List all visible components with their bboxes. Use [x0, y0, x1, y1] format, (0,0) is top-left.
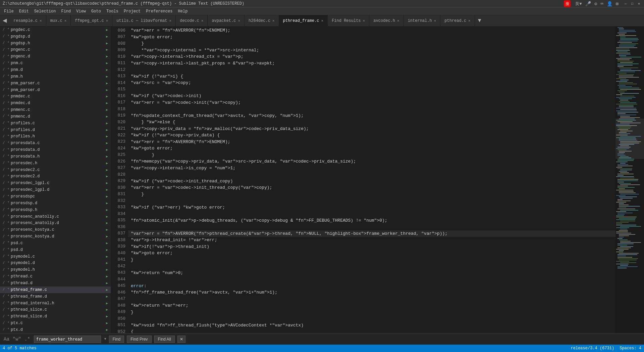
sidebar-item-pnm-c[interactable]: /*pnm.c▶: [0, 60, 111, 67]
sidebar-item-pnm-h[interactable]: /*pnm.h▶: [0, 73, 111, 80]
code-line: [128, 296, 615, 303]
tab-close-icon[interactable]: ✕: [434, 18, 436, 23]
close-button[interactable]: ✕: [637, 1, 641, 6]
find-input[interactable]: [34, 336, 101, 343]
tab-close-icon[interactable]: ✕: [468, 18, 471, 23]
sidebar-item-ptx-d[interactable]: /*ptx.d▶: [0, 326, 111, 333]
tab-avpacket-c[interactable]: avpacket.c✕: [208, 15, 245, 26]
file-icon: /: [1, 261, 6, 265]
sidebar-item-proresdec2-d[interactable]: /*proresdec2.d▶: [0, 173, 111, 180]
sidebar-item-proresdata-d[interactable]: /*proresdata.d▶: [0, 146, 111, 153]
sidebar-item-pthread-frame-c[interactable]: /*pthread_frame.c▶: [0, 287, 111, 293]
sidebar-item-proresdsp-d[interactable]: /*proresdsp.d▶: [0, 200, 111, 207]
tab-close-icon[interactable]: ✕: [272, 18, 275, 23]
sidebar-item-proresdata-c[interactable]: /*proresdata.c▶: [0, 140, 111, 146]
sidebar-item-pthread-c[interactable]: /*pthread.c▶: [0, 273, 111, 280]
maximize-button[interactable]: □: [630, 1, 635, 6]
sidebar-item-arrow: ▶: [106, 181, 108, 185]
sidebar-item-pthread-slice-d[interactable]: /*pthread_slice.d▶: [0, 313, 111, 320]
code-line: "var">copy->internal->last_pkt_props = &…: [128, 60, 615, 67]
menu-item-goto[interactable]: Goto: [89, 8, 104, 14]
tab-h264dec-c[interactable]: h264dec.c✕: [245, 15, 279, 26]
sidebar-item-pnmenc-d[interactable]: /*pnmenc.d▶: [0, 113, 111, 120]
tab-forward-button[interactable]: ▼: [475, 15, 484, 26]
find-all-button[interactable]: Find All: [154, 336, 175, 343]
menu-item-preferences[interactable]: Preferences: [143, 8, 175, 14]
tab-close-icon[interactable]: ✕: [40, 18, 42, 23]
menu-item-edit[interactable]: Edit: [16, 8, 32, 14]
sidebar-item-psymodel-h[interactable]: /*psymodel.h▶: [0, 266, 111, 273]
sidebar-item-profiles-d[interactable]: /*profiles.d▶: [0, 127, 111, 133]
file-icon: /: [1, 148, 6, 152]
tab-avcodec-h[interactable]: avcodec.h✕: [369, 15, 404, 26]
sidebar-item-profiles-h[interactable]: /*profiles.h▶: [0, 133, 111, 140]
sidebar-item-pngenc-c[interactable]: /*pngenc.c▶: [0, 47, 111, 53]
menu-item-selection[interactable]: Selection: [32, 8, 59, 14]
sidebar-item-pnm-parser-c[interactable]: /*pnm_parser.c▶: [0, 80, 111, 87]
line-number: 834: [113, 211, 125, 217]
tab-close-icon[interactable]: ✕: [238, 18, 240, 23]
sidebar-item-pthread-frame-d[interactable]: /*pthread_frame.d▶: [0, 293, 111, 300]
tab-close-icon[interactable]: ✕: [169, 18, 172, 23]
tab-mux-c[interactable]: mux.c✕: [46, 15, 71, 26]
sidebar-item-pthread-slice-c[interactable]: /*pthread_slice.c▶: [0, 306, 111, 313]
sidebar-item-proresenc-kostya-c[interactable]: /*proresenc_kostya.c▶: [0, 226, 111, 233]
sidebar-item-psymodel-d[interactable]: /*psymodel.d▶: [0, 260, 111, 267]
menu-item-tools[interactable]: Tools: [104, 8, 121, 14]
code-line: "var">err = "var">codec->init_thread_cop…: [128, 184, 615, 191]
tab-close-icon[interactable]: ✕: [64, 18, 67, 23]
sidebar-item-proresdec2-c[interactable]: /*proresdec2.c▶: [0, 167, 111, 173]
find-prev-button[interactable]: Find Prev: [127, 336, 151, 343]
line-number: 842: [113, 263, 125, 270]
tab-back-button[interactable]: ◀: [0, 15, 9, 26]
menu-item-project[interactable]: Project: [121, 8, 143, 14]
menu-item-view[interactable]: View: [73, 8, 89, 14]
tab-pthread-frame-c[interactable]: pthread_frame.c✕: [279, 15, 328, 26]
tab-close-icon[interactable]: ✕: [397, 18, 399, 23]
tab-utils-c---libavformat[interactable]: utils.c — libavformat✕: [112, 15, 176, 26]
sidebar-item-pnmdec-d[interactable]: /*pnmdec.d▶: [0, 100, 111, 106]
sidebar-item-psd-d[interactable]: /*psd.d▶: [0, 247, 111, 253]
tab-internal-h[interactable]: internal.h✕: [404, 15, 441, 26]
sidebar-item-proresdec-h[interactable]: /*proresdec.h▶: [0, 160, 111, 167]
sidebar-item-proresdata-h[interactable]: /*proresdata.h▶: [0, 153, 111, 160]
sidebar-item-pngdec-c[interactable]: /*pngdec.c▶: [0, 27, 111, 33]
tab-close-icon[interactable]: ✕: [363, 18, 365, 23]
sidebar-item-pngdsp-h[interactable]: /*pngdsp.h▶: [0, 40, 111, 47]
tab-pthread-c[interactable]: pthread.c✕: [440, 15, 475, 26]
sidebar-item-ptx-c[interactable]: /*ptx.c▶: [0, 320, 111, 326]
sidebar-item-proresdec-lgpl-c[interactable]: /*proresdec_lgpl.c▶: [0, 180, 111, 186]
find-button[interactable]: Find: [109, 336, 124, 343]
menu-item-help[interactable]: Help: [175, 8, 191, 14]
sidebar-item-proresenc-anatoliy-d[interactable]: /*proresenc_anatoliy.d▶: [0, 220, 111, 226]
tab-close-icon[interactable]: ✕: [201, 18, 204, 23]
tab-decode-c[interactable]: decode.c✕: [176, 15, 208, 26]
sidebar-item-pnm-parser-d[interactable]: /*pnm_parser.d▶: [0, 87, 111, 93]
sidebar-item-profiles-c[interactable]: /*profiles.c▶: [0, 120, 111, 127]
sidebar-item-proresdsp-h[interactable]: /*proresdsp.h▶: [0, 207, 111, 213]
sidebar-item-proresenc-anatoliy-c[interactable]: /*proresenc_anatoliy.c▶: [0, 213, 111, 220]
tab-ffmpeg-opt-c[interactable]: ffmpeg_opt.c✕: [71, 15, 112, 26]
tab-close-icon[interactable]: ✕: [106, 18, 108, 23]
sidebar-item-pthread-d[interactable]: /*pthread.d▶: [0, 280, 111, 287]
sidebar-item-psymodel-c[interactable]: /*psymodel.c▶: [0, 253, 111, 260]
sidebar-item-pngdsp-d[interactable]: /*pngdsp.d▶: [0, 33, 111, 40]
code-scroll[interactable]: 8068078088098108118128138148158168178188…: [111, 27, 615, 333]
menu-item-file[interactable]: File: [1, 8, 16, 14]
sidebar-item-pnmenc-c[interactable]: /*pnmenc.c▶: [0, 106, 111, 113]
sidebar-item-pnmdec-c[interactable]: /*pnmdec.c▶: [0, 93, 111, 100]
sidebar-item-psd-c[interactable]: /*psd.c▶: [0, 240, 111, 247]
sidebar-item-pthread-internal-h[interactable]: /*pthread_internal.h▶: [0, 300, 111, 307]
sidebar-item-proresenc-kostya-d[interactable]: /*proresenc_kostya.d▶: [0, 233, 111, 240]
menu-item-find[interactable]: Find: [58, 8, 73, 14]
sidebar-item-proresdspc[interactable]: /*proresdspc▶: [0, 193, 111, 200]
find-close-button[interactable]: ✕: [177, 336, 185, 343]
tab-resample-c[interactable]: resample.c✕: [9, 15, 46, 26]
tab-close-icon[interactable]: ✕: [321, 18, 324, 23]
sidebar-item-arrow: ▶: [106, 268, 108, 272]
minimize-button[interactable]: —: [623, 1, 628, 6]
tab-find-results[interactable]: Find Results✕: [328, 15, 369, 26]
sidebar-item-pngenc-d[interactable]: /*pngenc.d▶: [0, 53, 111, 60]
sidebar-item-pnm-d[interactable]: /*pnm.d▶: [0, 67, 111, 73]
sidebar-item-proresdec-lgpl-d[interactable]: /*proresdec_lgpl.d▶: [0, 186, 111, 193]
